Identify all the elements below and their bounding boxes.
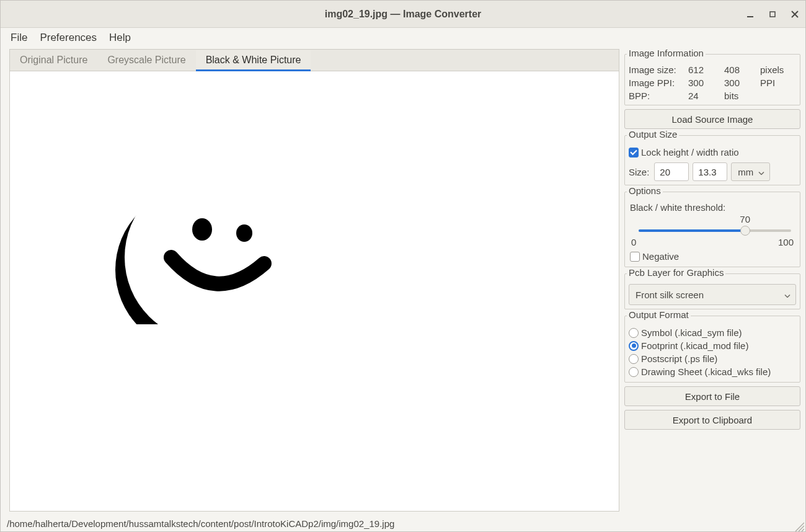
info-ppi-x: 300 [688, 78, 724, 88]
radio-footprint-label: Footprint (.kicad_mod file) [641, 340, 748, 351]
radio-icon [629, 328, 639, 338]
group-output-size: Output Size Lock height / width ratio Si… [624, 135, 800, 185]
group-image-info: Image Information Image size: 612 408 pi… [624, 54, 800, 105]
svg-point-8 [236, 224, 252, 242]
pcb-layer-combo[interactable]: Front silk screen [629, 284, 796, 305]
minimize-button[interactable] [743, 7, 757, 21]
group-title-output-format: Output Format [627, 309, 691, 320]
info-bpp-unit: bits [724, 91, 760, 101]
threshold-slider[interactable] [631, 226, 794, 236]
threshold-max: 100 [778, 237, 794, 247]
export-file-button[interactable]: Export to File [624, 386, 800, 406]
title-bar: img02_19.jpg — Image Converter [1, 1, 805, 28]
radio-footprint[interactable]: Footprint (.kicad_mod file) [629, 339, 796, 352]
radio-symbol-label: Symbol (.kicad_sym file) [641, 327, 742, 338]
info-size-height: 408 [724, 64, 760, 75]
radio-drawing-sheet[interactable]: Drawing Sheet (.kicad_wks file) [629, 365, 796, 378]
preview-canvas [9, 71, 619, 512]
radio-icon [629, 341, 639, 351]
menu-help[interactable]: Help [109, 32, 131, 44]
size-unit-combo[interactable]: mm [731, 162, 770, 181]
group-output-format: Output Format Symbol (.kicad_sym file) F… [624, 316, 800, 383]
resize-grip[interactable] [793, 520, 804, 531]
tab-original[interactable]: Original Picture [10, 50, 97, 71]
svg-rect-1 [770, 12, 775, 17]
checkbox-icon [629, 148, 639, 157]
radio-postscript-label: Postscript (.ps file) [641, 353, 717, 364]
svg-point-7 [192, 218, 212, 241]
size-unit-value: mm [738, 167, 753, 177]
threshold-label: Black / white threshold: [630, 202, 795, 213]
radio-icon [629, 367, 639, 377]
lock-ratio-checkbox[interactable]: Lock height / width ratio [629, 146, 796, 159]
chevron-down-icon [784, 290, 790, 300]
radio-icon [629, 354, 639, 364]
tab-greyscale[interactable]: Greyscale Picture [97, 50, 195, 71]
export-clipboard-button[interactable]: Export to Clipboard [624, 410, 800, 430]
threshold-min: 0 [631, 237, 636, 247]
window-title: img02_19.jpg — Image Converter [325, 9, 482, 20]
menu-file[interactable]: File [11, 32, 27, 44]
tab-bar: Original Picture Greyscale Picture Black… [9, 49, 619, 71]
group-title-image-info: Image Information [627, 48, 706, 58]
size-height-input[interactable] [693, 162, 727, 181]
svg-point-6 [115, 189, 277, 324]
pcb-layer-value: Front silk screen [636, 290, 704, 300]
window-controls [743, 1, 802, 27]
menu-bar: File Preferences Help [1, 28, 805, 48]
info-bpp-value: 24 [688, 91, 724, 101]
svg-line-11 [802, 529, 804, 531]
negative-checkbox[interactable]: Negative [630, 250, 795, 263]
group-title-options: Options [627, 185, 663, 196]
lock-ratio-label: Lock height / width ratio [641, 147, 739, 157]
negative-label: Negative [642, 251, 679, 262]
status-bar: /home/halherta/Development/hussamtalkste… [1, 514, 805, 532]
status-path: /home/halherta/Development/hussamtalkste… [7, 518, 394, 529]
chevron-down-icon [758, 167, 764, 177]
tab-black-white[interactable]: Black & White Picture [196, 50, 311, 71]
side-panel: Image Information Image size: 612 408 pi… [622, 48, 805, 514]
close-button[interactable] [788, 7, 802, 21]
group-title-output-size: Output Size [627, 129, 679, 140]
info-ppi-label: Image PPI: [629, 78, 688, 88]
group-title-pcb-layer: Pcb Layer for Graphics [627, 267, 725, 278]
radio-postscript[interactable]: Postscript (.ps file) [629, 352, 796, 365]
maximize-button[interactable] [766, 7, 779, 21]
info-size-label: Image size: [629, 64, 688, 75]
threshold-value: 70 [740, 214, 750, 224]
load-source-button[interactable]: Load Source Image [624, 109, 800, 129]
info-ppi-y: 300 [724, 78, 760, 88]
group-options: Options Black / white threshold: 70 0 10… [624, 192, 800, 267]
checkbox-icon [630, 252, 640, 262]
group-pcb-layer: Pcb Layer for Graphics Front silk screen [624, 273, 800, 309]
svg-line-10 [799, 526, 804, 531]
menu-preferences[interactable]: Preferences [40, 32, 97, 44]
info-ppi-unit: PPI [760, 78, 796, 88]
info-bpp-label: BPP: [629, 91, 688, 101]
size-label: Size: [629, 167, 649, 177]
info-size-width: 612 [688, 64, 724, 75]
info-size-unit: pixels [760, 64, 796, 75]
radio-drawing-sheet-label: Drawing Sheet (.kicad_wks file) [641, 366, 771, 377]
radio-symbol[interactable]: Symbol (.kicad_sym file) [629, 326, 796, 339]
size-width-input[interactable] [654, 162, 689, 181]
